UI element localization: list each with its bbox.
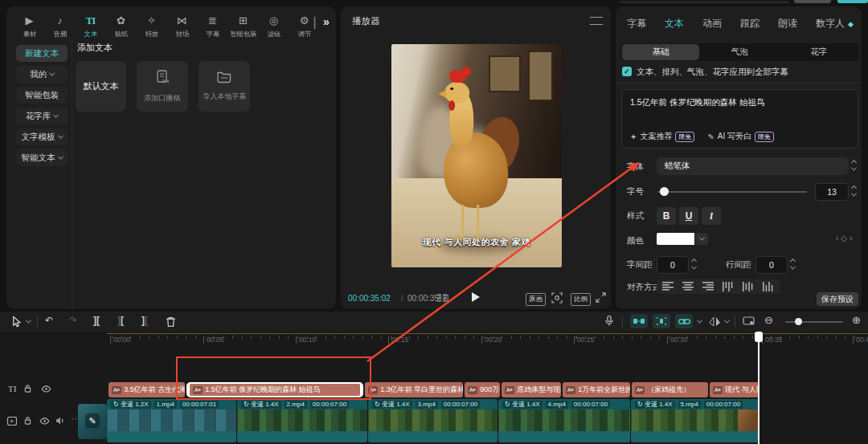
delete-right-icon[interactable]: ][ [141,315,148,326]
sidebar-item-0[interactable]: 新建文本 [16,45,68,62]
video-viewport[interactable]: 现代 与人同处的农舍 家鸡 [391,44,562,267]
redo-icon[interactable]: ↷ [69,315,77,326]
copy-suggest-label[interactable]: 文案推荐 [640,131,672,142]
bold-button[interactable]: B [657,207,676,225]
sidebar-item-2[interactable]: 智能包装 [16,87,68,104]
focus-icon[interactable] [551,292,563,303]
microphone-icon[interactable] [604,315,614,327]
size-value[interactable]: 13 [815,183,849,201]
text-clip-0[interactable]: A≡3.5亿年前 古生代海洋 [108,382,185,397]
tab-5[interactable]: 数字人◆ [816,17,854,31]
sidebar-item-4[interactable]: 文字模板 [16,128,68,145]
align-left-icon[interactable] [662,282,674,291]
apply-all-checkbox[interactable]: ✓ [622,67,632,76]
preview-screen-icon[interactable] [743,316,755,326]
video-clip-1[interactable]: ↻ 变速 1.4X2.mp400:00:07:00 [237,399,367,442]
playhead-line[interactable] [758,332,760,444]
size-slider-track[interactable] [657,191,807,193]
overflow-tool-icon[interactable]: ▏ [314,17,322,29]
eye-icon[interactable] [39,418,50,425]
tool-smartpack[interactable]: ⊞智能包装 [231,14,255,39]
mute-icon[interactable] [55,416,65,426]
toolbar-expand-icon[interactable]: » [323,15,330,28]
tab-0[interactable]: 字幕 [627,17,646,31]
flip-preview-icon[interactable] [709,316,721,327]
split-icon[interactable]: ][ [93,315,100,326]
lock-icon[interactable] [23,384,32,393]
lock-icon[interactable] [23,416,32,426]
sidebar-item-1[interactable]: 我的 [16,66,68,83]
caption-textbox[interactable]: 1.5亿年前 侏罗纪晚期的森林 始祖鸟 ✦ 文案推荐 限免 ✎ AI 写旁白 限… [621,89,858,149]
video-clip-3[interactable]: ↻ 变速 1.4X4.mp400:00:07:00 [498,399,630,442]
tool-transitions[interactable]: ⋈转场 [170,14,194,39]
grid-icon[interactable] [437,294,447,302]
zoom-out-icon[interactable]: ⊖ [764,314,773,326]
text-clip-3[interactable]: A≡900万年前 [465,382,500,397]
card-2[interactable]: 导入本地字幕 [199,61,250,112]
color-dropdown[interactable] [695,233,708,245]
tool-audio[interactable]: ♪音频 [48,14,72,39]
linkage-dropdown-icon[interactable] [697,318,702,324]
tool-media[interactable]: ▶素材 [18,14,41,39]
save-preset-button[interactable]: 保存预设 [817,292,858,306]
tool-effects[interactable]: ✧特效 [140,14,163,39]
subtab-2[interactable]: 花字 [780,44,858,60]
subtab-0[interactable]: 基础 [622,44,699,60]
text-clip-2[interactable]: A≡1.3亿年前 早白垩世的森林 顾氏小 [365,382,463,397]
zoom-in-icon[interactable]: ⊕ [852,314,861,326]
underline-button[interactable]: U [679,207,698,225]
tab-1[interactable]: 文本 [665,17,684,31]
subtab-1[interactable]: 气泡 [701,44,778,60]
align-top-icon[interactable] [723,282,734,291]
video-clip-4[interactable]: ↻ 变速 1.4X5.mp400:00:07:00 [631,399,759,442]
text-clip-5[interactable]: A≡1万年前全新世的东南 [563,382,630,397]
tab-2[interactable]: 动画 [702,17,722,31]
text-clip-7[interactable]: A≡现代 与人同处 [710,382,759,397]
tool-text[interactable]: TI文本 [79,14,102,39]
align-center-icon[interactable] [682,282,694,291]
fullscreen-icon[interactable] [596,292,606,303]
playhead-handle[interactable] [755,332,763,342]
letter-spacing-stepper[interactable] [692,259,696,270]
original-quality-badge[interactable]: 原画 [526,293,546,306]
auto-snap-icon[interactable] [653,314,670,328]
cover-thumbnail[interactable]: ✎ [78,404,107,439]
tab-4[interactable]: 朗读 [778,17,797,31]
trash-icon[interactable] [166,316,176,328]
tool-captions[interactable]: ≣字幕 [201,14,224,39]
letter-spacing-value[interactable]: 0 [657,256,689,274]
line-spacing-value[interactable]: 0 [755,256,788,274]
italic-button[interactable]: I [702,207,721,225]
undo-icon[interactable]: ↶ [45,315,53,326]
font-select[interactable]: 蜡笔体 [657,157,849,175]
card-1[interactable]: 添加口播稿 [137,61,188,112]
sidebar-item-3[interactable]: 花字库 [16,108,68,124]
play-icon[interactable] [472,292,480,302]
line-spacing-stepper[interactable] [791,259,795,270]
tool-filters[interactable]: ◎滤镜 [262,14,285,39]
align-right-icon[interactable] [702,282,714,291]
sidebar-item-5[interactable]: 智能文本 [16,149,68,166]
select-tool-icon[interactable] [11,316,22,328]
tool-sticker[interactable]: ✿贴纸 [109,14,133,39]
video-clip-2[interactable]: ↻ 变速 1.4X3.mp400:00:07:00 [368,399,497,442]
tool-adjust[interactable]: ⚙调节 [293,14,316,39]
zoom-slider-track[interactable] [785,321,843,323]
text-clip-4[interactable]: A≡原鸡体型与现代 [502,382,561,397]
delete-left-icon[interactable]: ][ [117,315,124,326]
eye-icon[interactable] [41,385,51,393]
size-slider-knob[interactable] [660,187,669,196]
text-clip-6[interactable]: A≡（家鸡祖先） [632,382,708,397]
font-stepper[interactable] [852,161,856,171]
align-bottom-icon[interactable] [763,282,774,291]
export-button-sliver[interactable] [837,0,868,3]
video-clip-0[interactable]: ↻ 变速 1.2X1.mp400:00:07:01 [107,399,236,442]
ai-voiceover-label[interactable]: AI 写旁白 [718,131,751,142]
size-stepper[interactable] [852,186,856,197]
main-track-magnet-icon[interactable] [630,314,648,328]
keyframe-nav[interactable]: ‹◇› [836,234,854,242]
card-0[interactable]: 默认文本 [76,61,126,112]
select-tool-dropdown-icon[interactable] [26,318,31,324]
tab-3[interactable]: 跟踪 [740,17,760,31]
zoom-slider-knob[interactable] [795,318,802,325]
